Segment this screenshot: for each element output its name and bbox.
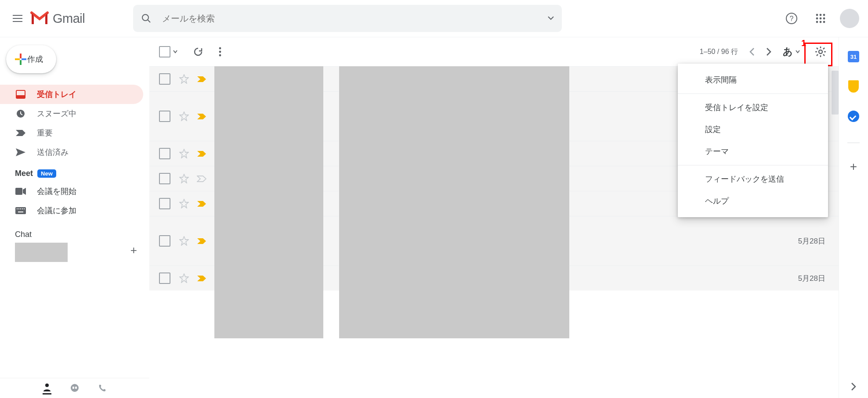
sidebar-item-important[interactable]: 重要 [0, 123, 143, 143]
svg-rect-23 [15, 188, 22, 195]
header-right: ? [782, 9, 859, 28]
dd-item-density[interactable]: 表示間隔 [678, 69, 828, 91]
row-checkbox[interactable] [159, 73, 170, 85]
hangouts-tab[interactable] [70, 384, 80, 393]
sidebar-item-inbox[interactable]: 受信トレイ [0, 85, 143, 104]
dd-label: 受信トレイを設定 [705, 102, 768, 113]
input-tools-button[interactable]: あ [783, 45, 800, 58]
get-addons-button[interactable]: + [847, 161, 860, 173]
sidebar-item-sent[interactable]: 送信済み [0, 143, 143, 162]
importance-marker[interactable] [197, 76, 206, 82]
settings-dropdown: 表示間隔 受信トレイを設定 設定 テーマ フィードバックを送信 ヘルプ [678, 64, 828, 217]
meet-section-title: Meet New [0, 162, 149, 182]
phone-tab[interactable] [98, 384, 107, 393]
chat-footer-tabs [0, 378, 149, 398]
next-page-button[interactable] [766, 48, 771, 56]
importance-marker[interactable] [197, 151, 206, 157]
caret-down-icon [173, 50, 177, 54]
hamburger-icon [13, 15, 22, 22]
dd-item-feedback[interactable]: フィードバックを送信 [678, 168, 828, 190]
search-options-caret-icon[interactable] [548, 16, 554, 21]
dd-item-themes[interactable]: テーマ [678, 140, 828, 162]
star-button[interactable] [179, 74, 189, 84]
dd-label: 設定 [705, 124, 721, 135]
dd-item-settings[interactable]: 設定 [678, 118, 828, 140]
apps-button[interactable] [811, 9, 830, 28]
star-button[interactable] [179, 149, 189, 158]
svg-point-37 [219, 54, 221, 57]
sidebar-item-label: 重要 [37, 128, 53, 138]
dd-label: ヘルプ [705, 196, 729, 206]
row-checkbox[interactable] [159, 148, 170, 159]
star-button[interactable] [179, 199, 189, 208]
dd-item-configure-inbox[interactable]: 受信トレイを設定 [678, 97, 828, 118]
meet-start-button[interactable]: 会議を開始 [0, 182, 149, 201]
star-icon [179, 74, 189, 84]
compose-button[interactable]: 作成 [6, 45, 56, 73]
more-button[interactable] [219, 47, 221, 57]
meet-title-label: Meet [15, 169, 33, 178]
important-icon [197, 113, 206, 120]
dd-item-help[interactable]: ヘルプ [678, 190, 828, 212]
svg-rect-1 [13, 18, 22, 19]
svg-rect-19 [22, 58, 26, 60]
importance-marker[interactable] [197, 176, 206, 182]
star-button[interactable] [179, 111, 189, 121]
calendar-addon-button[interactable]: 31 [847, 50, 860, 63]
row-checkbox[interactable] [159, 173, 170, 184]
app-header: Gmail ? [0, 0, 868, 37]
row-checkbox[interactable] [159, 235, 170, 247]
main-menu-button[interactable] [7, 8, 28, 29]
chevron-right-icon [766, 48, 771, 56]
svg-point-31 [45, 384, 49, 387]
dd-separator [678, 93, 828, 94]
chat-add-button[interactable]: + [130, 244, 137, 257]
importance-marker[interactable] [197, 238, 206, 244]
sidebar-item-snoozed[interactable]: スヌーズ中 [0, 104, 143, 123]
sent-icon [15, 148, 26, 157]
star-icon [179, 273, 189, 283]
keep-icon [848, 80, 859, 93]
prev-page-button[interactable] [749, 48, 755, 56]
importance-marker[interactable] [197, 113, 206, 120]
chat-footer [0, 367, 149, 398]
important-icon [197, 151, 206, 157]
chat-contact-placeholder[interactable] [15, 243, 68, 262]
chat-person-tab[interactable] [43, 383, 51, 394]
redacted-sender-column [214, 66, 323, 338]
svg-point-3 [142, 14, 148, 21]
gmail-logo[interactable]: Gmail [30, 11, 85, 26]
row-checkbox[interactable] [159, 273, 170, 284]
row-checkbox[interactable] [159, 111, 170, 122]
side-panel: 31 + [839, 37, 868, 398]
sidebar-item-label: 受信トレイ [37, 89, 76, 100]
importance-marker[interactable] [197, 275, 206, 282]
folder-nav: 受信トレイ スヌーズ中 重要 送信済み [0, 85, 149, 162]
star-button[interactable] [179, 273, 189, 283]
svg-rect-33 [72, 387, 74, 389]
settings-button[interactable] [811, 43, 830, 61]
importance-marker[interactable] [197, 201, 206, 207]
keep-addon-button[interactable] [847, 80, 860, 93]
gear-icon [815, 46, 826, 57]
row-checkbox[interactable] [159, 198, 170, 209]
star-icon [179, 149, 189, 158]
select-all-checkbox[interactable] [159, 46, 177, 57]
meet-join-button[interactable]: 会議に参加 [0, 201, 149, 220]
svg-rect-17 [20, 60, 22, 65]
star-button[interactable] [179, 174, 189, 183]
search-icon [141, 13, 152, 24]
svg-rect-30 [18, 212, 23, 212]
account-avatar[interactable] [840, 9, 859, 28]
search-input[interactable] [161, 13, 548, 24]
tasks-addon-button[interactable] [847, 110, 860, 122]
svg-point-8 [820, 14, 822, 16]
scrollbar[interactable] [832, 71, 839, 115]
support-button[interactable]: ? [782, 9, 801, 28]
svg-line-43 [817, 48, 818, 49]
hide-side-panel-button[interactable] [851, 383, 856, 391]
compose-plus-icon [14, 53, 27, 66]
refresh-button[interactable] [193, 47, 203, 57]
search-bar[interactable] [133, 5, 562, 32]
star-button[interactable] [179, 236, 189, 246]
